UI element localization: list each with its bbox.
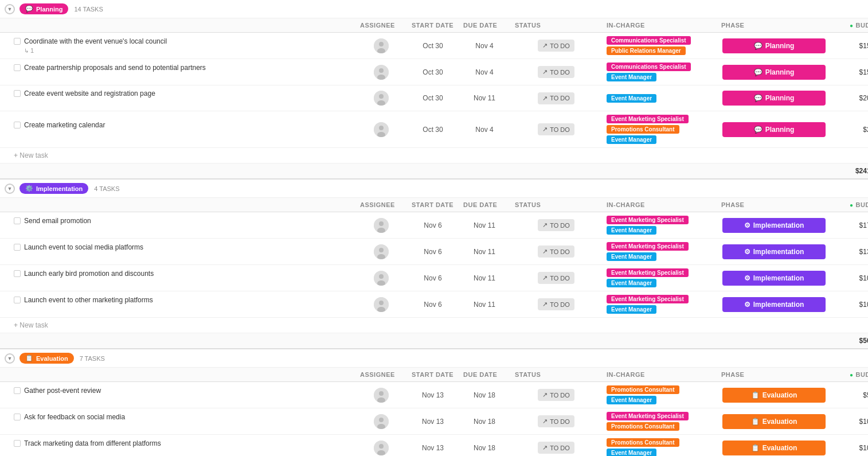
task-name: Create marketing calendar [24, 120, 105, 130]
budget-cell: $10,000 [831, 292, 868, 317]
incharge-tag: Event Marketing Specialist [607, 242, 689, 251]
task-count-implementation: 4 TASKS [94, 185, 119, 192]
phase-icon: ⚙ [744, 221, 750, 229]
col-headers-evaluation: ASSIGNEE START DATE DUE DATE STATUS IN-C… [0, 368, 868, 382]
task-checkbox[interactable] [14, 38, 21, 45]
incharge-tag: Event Manager [607, 226, 656, 235]
task-checkbox[interactable] [14, 64, 21, 71]
collapse-btn-implementation[interactable]: ▼ [5, 184, 15, 194]
start-date-cell: Nov 6 [407, 266, 459, 291]
status-cell[interactable]: ↗ TO DO [510, 117, 602, 142]
status-cell[interactable]: ↗ TO DO [510, 409, 602, 434]
collapse-btn-planning[interactable]: ▼ [5, 4, 15, 14]
phase-icon: 💬 [754, 94, 763, 102]
col-startdate-evaluation: START DATE [407, 368, 459, 381]
phase-cell[interactable]: 💬 Planning [717, 85, 831, 111]
task-checkbox[interactable] [14, 122, 21, 128]
task-name-cell: Create marketing calendar [0, 117, 355, 142]
phase-badge: 💬 Planning [722, 122, 826, 137]
table-row: Track marketing data from different plat… [0, 435, 868, 456]
task-checkbox[interactable] [14, 90, 21, 97]
budget-cell: $10,000 [831, 266, 868, 291]
phase-cell[interactable]: 💬 Planning [717, 117, 831, 142]
task-checkbox[interactable] [14, 270, 21, 277]
budget-cell: $2,000 [831, 117, 868, 142]
totals-status [510, 333, 602, 348]
phase-cell[interactable]: 📋 Evaluation [717, 435, 831, 457]
phase-cell[interactable]: 📋 Evaluation [717, 383, 831, 408]
task-name: Track marketing data from different plat… [24, 439, 161, 449]
totals-budget: $241,000 [831, 163, 868, 178]
avatar [374, 271, 389, 286]
status-cell[interactable]: ↗ TO DO [510, 60, 602, 85]
totals-status [510, 163, 602, 178]
incharge-tag: Event Marketing Specialist [607, 412, 689, 420]
task-checkbox[interactable] [14, 387, 21, 394]
status-cell[interactable]: ↗ TO DO [510, 213, 602, 238]
phase-icon: 📋 [751, 418, 760, 426]
incharge-tag: Communications Specialist [607, 36, 691, 45]
status-badge: ↗ TO DO [538, 92, 574, 104]
status-cell[interactable]: ↗ TO DO [510, 85, 602, 111]
assignee-cell [355, 60, 407, 85]
status-badge: ↗ TO DO [538, 66, 574, 78]
task-name: Create partnership proposals and send to… [24, 63, 206, 73]
incharge-cell: Promotions ConsultantEvent Manager [602, 435, 717, 456]
budget-cell: $10,000 [831, 409, 868, 434]
task-count-planning: 14 TASKS [74, 6, 103, 13]
col-incharge-planning: IN-CHARGE [602, 18, 717, 32]
task-checkbox[interactable] [14, 244, 21, 251]
start-date-cell: Nov 13 [407, 435, 459, 457]
status-cell[interactable]: ↗ TO DO [510, 266, 602, 291]
budget-cell: $5,000 [831, 383, 868, 408]
incharge-cell: Event Marketing SpecialistPromotions Con… [602, 408, 717, 434]
table-row: Create partnership proposals and send to… [0, 59, 868, 85]
new-task-row-planning[interactable]: + New task [0, 148, 868, 163]
task-checkbox[interactable] [14, 440, 21, 447]
status-cell[interactable]: ↗ TO DO [510, 435, 602, 457]
section-label-evaluation: Evaluation [36, 355, 68, 362]
assignee-cell [355, 383, 407, 408]
task-checkbox[interactable] [14, 297, 21, 303]
status-cell[interactable]: ↗ TO DO [510, 383, 602, 408]
phase-cell[interactable]: 💬 Planning [717, 60, 831, 85]
budget-cell: $15,000 [831, 60, 868, 85]
task-name-cell: Launch early bird promotion and discount… [0, 266, 355, 291]
phase-badge: ⚙ Implementation [722, 297, 826, 312]
budget-cell: $17,000 [831, 213, 868, 238]
task-checkbox[interactable] [14, 217, 21, 224]
avatar [374, 388, 389, 403]
phase-cell[interactable]: ⚙ Implementation [717, 292, 831, 317]
new-task-row-implementation[interactable]: + New task [0, 318, 868, 333]
status-cell[interactable]: ↗ TO DO [510, 33, 602, 59]
todo-arrow-icon: ↗ [542, 95, 548, 102]
totals-duedate [459, 333, 510, 348]
incharge-cell: Event Marketing SpecialistEvent Manager [602, 265, 717, 291]
incharge-cell: Event Manager [602, 85, 717, 111]
phase-cell[interactable]: 📋 Evaluation [717, 409, 831, 434]
col-startdate-implementation: START DATE [407, 198, 459, 212]
collapse-btn-evaluation[interactable]: ▼ [5, 353, 15, 364]
col-incharge-evaluation: IN-CHARGE [602, 368, 717, 381]
status-cell[interactable]: ↗ TO DO [510, 292, 602, 317]
phase-cell[interactable]: ⚙ Implementation [717, 266, 831, 291]
status-badge: ↗ TO DO [538, 40, 574, 52]
status-badge: ↗ TO DO [538, 415, 574, 427]
phase-icon: 📋 [751, 391, 760, 399]
table-row: Create marketing calendar Oct 30 Nov 4 ↗… [0, 111, 868, 148]
task-name: Launch early bird promotion and discount… [24, 269, 154, 279]
phase-cell[interactable]: ⚙ Implementation [717, 239, 831, 264]
task-name: Coordinate with the event venue's local … [24, 37, 167, 46]
start-date-cell: Nov 6 [407, 239, 459, 264]
due-date-cell: Nov 4 [459, 33, 510, 59]
incharge-cell: Event Marketing SpecialistEvent Manager [602, 291, 717, 317]
status-cell[interactable]: ↗ TO DO [510, 239, 602, 264]
incharge-tag: Promotions Consultant [607, 385, 679, 394]
task-checkbox[interactable] [14, 414, 21, 420]
assignee-cell [355, 213, 407, 238]
incharge-tag: Event Manager [607, 252, 656, 261]
col-startdate-planning: START DATE [407, 18, 459, 32]
section-icon-planning: 💬 [25, 5, 33, 13]
phase-cell[interactable]: 💬 Planning [717, 33, 831, 59]
phase-cell[interactable]: ⚙ Implementation [717, 213, 831, 238]
